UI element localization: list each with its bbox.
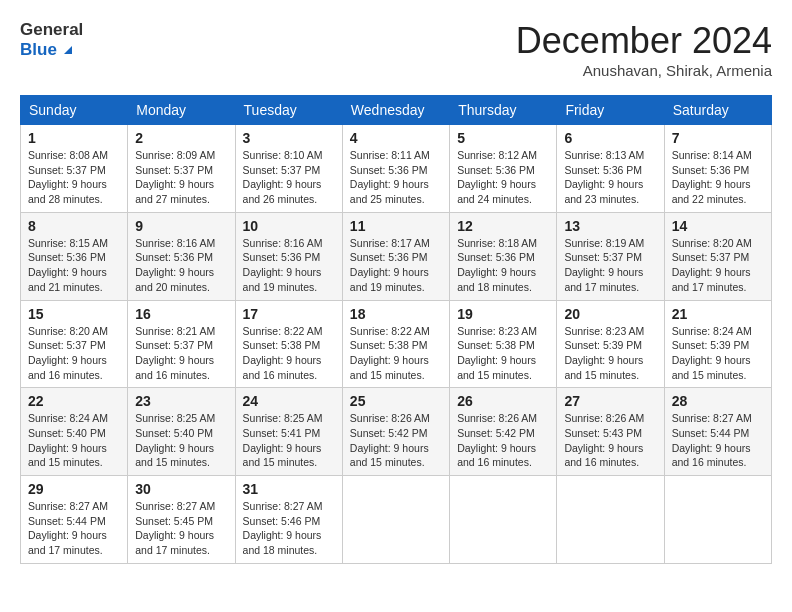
day-number: 20 (564, 306, 656, 322)
header-monday: Monday (128, 96, 235, 125)
calendar-cell: 9 Sunrise: 8:16 AM Sunset: 5:36 PM Dayli… (128, 212, 235, 300)
day-number: 28 (672, 393, 764, 409)
calendar-table: SundayMondayTuesdayWednesdayThursdayFrid… (20, 95, 772, 564)
day-info: Sunrise: 8:27 AM Sunset: 5:44 PM Dayligh… (672, 411, 764, 470)
calendar-cell: 30 Sunrise: 8:27 AM Sunset: 5:45 PM Dayl… (128, 476, 235, 564)
day-number: 27 (564, 393, 656, 409)
day-info: Sunrise: 8:25 AM Sunset: 5:40 PM Dayligh… (135, 411, 227, 470)
calendar-cell: 22 Sunrise: 8:24 AM Sunset: 5:40 PM Dayl… (21, 388, 128, 476)
day-info: Sunrise: 8:21 AM Sunset: 5:37 PM Dayligh… (135, 324, 227, 383)
calendar-cell (450, 476, 557, 564)
day-info: Sunrise: 8:15 AM Sunset: 5:36 PM Dayligh… (28, 236, 120, 295)
calendar-cell: 23 Sunrise: 8:25 AM Sunset: 5:40 PM Dayl… (128, 388, 235, 476)
day-info: Sunrise: 8:16 AM Sunset: 5:36 PM Dayligh… (243, 236, 335, 295)
header-tuesday: Tuesday (235, 96, 342, 125)
day-number: 29 (28, 481, 120, 497)
day-number: 11 (350, 218, 442, 234)
day-info: Sunrise: 8:08 AM Sunset: 5:37 PM Dayligh… (28, 148, 120, 207)
day-info: Sunrise: 8:24 AM Sunset: 5:40 PM Dayligh… (28, 411, 120, 470)
week-row-1: 1 Sunrise: 8:08 AM Sunset: 5:37 PM Dayli… (21, 125, 772, 213)
day-info: Sunrise: 8:16 AM Sunset: 5:36 PM Dayligh… (135, 236, 227, 295)
day-number: 4 (350, 130, 442, 146)
calendar-cell: 21 Sunrise: 8:24 AM Sunset: 5:39 PM Dayl… (664, 300, 771, 388)
month-title: December 2024 (516, 20, 772, 62)
day-number: 16 (135, 306, 227, 322)
calendar-cell: 20 Sunrise: 8:23 AM Sunset: 5:39 PM Dayl… (557, 300, 664, 388)
calendar-cell: 14 Sunrise: 8:20 AM Sunset: 5:37 PM Dayl… (664, 212, 771, 300)
day-info: Sunrise: 8:22 AM Sunset: 5:38 PM Dayligh… (243, 324, 335, 383)
calendar-cell: 29 Sunrise: 8:27 AM Sunset: 5:44 PM Dayl… (21, 476, 128, 564)
calendar-cell: 1 Sunrise: 8:08 AM Sunset: 5:37 PM Dayli… (21, 125, 128, 213)
calendar-cell: 8 Sunrise: 8:15 AM Sunset: 5:36 PM Dayli… (21, 212, 128, 300)
day-info: Sunrise: 8:20 AM Sunset: 5:37 PM Dayligh… (28, 324, 120, 383)
day-info: Sunrise: 8:27 AM Sunset: 5:44 PM Dayligh… (28, 499, 120, 558)
day-number: 31 (243, 481, 335, 497)
calendar-cell (342, 476, 449, 564)
day-number: 12 (457, 218, 549, 234)
title-area: December 2024 Anushavan, Shirak, Armenia (516, 20, 772, 79)
day-number: 25 (350, 393, 442, 409)
page-header: General Blue December 2024 Anushavan, Sh… (20, 20, 772, 79)
day-info: Sunrise: 8:23 AM Sunset: 5:38 PM Dayligh… (457, 324, 549, 383)
header-friday: Friday (557, 96, 664, 125)
day-info: Sunrise: 8:27 AM Sunset: 5:46 PM Dayligh… (243, 499, 335, 558)
calendar-cell: 19 Sunrise: 8:23 AM Sunset: 5:38 PM Dayl… (450, 300, 557, 388)
day-number: 22 (28, 393, 120, 409)
day-info: Sunrise: 8:09 AM Sunset: 5:37 PM Dayligh… (135, 148, 227, 207)
day-number: 17 (243, 306, 335, 322)
day-number: 3 (243, 130, 335, 146)
week-row-5: 29 Sunrise: 8:27 AM Sunset: 5:44 PM Dayl… (21, 476, 772, 564)
calendar-cell: 7 Sunrise: 8:14 AM Sunset: 5:36 PM Dayli… (664, 125, 771, 213)
day-info: Sunrise: 8:23 AM Sunset: 5:39 PM Dayligh… (564, 324, 656, 383)
calendar-cell: 12 Sunrise: 8:18 AM Sunset: 5:36 PM Dayl… (450, 212, 557, 300)
calendar-cell: 27 Sunrise: 8:26 AM Sunset: 5:43 PM Dayl… (557, 388, 664, 476)
calendar-cell: 31 Sunrise: 8:27 AM Sunset: 5:46 PM Dayl… (235, 476, 342, 564)
day-number: 19 (457, 306, 549, 322)
day-number: 18 (350, 306, 442, 322)
day-number: 13 (564, 218, 656, 234)
header-wednesday: Wednesday (342, 96, 449, 125)
day-number: 7 (672, 130, 764, 146)
day-info: Sunrise: 8:27 AM Sunset: 5:45 PM Dayligh… (135, 499, 227, 558)
day-info: Sunrise: 8:17 AM Sunset: 5:36 PM Dayligh… (350, 236, 442, 295)
day-info: Sunrise: 8:26 AM Sunset: 5:43 PM Dayligh… (564, 411, 656, 470)
calendar-cell: 11 Sunrise: 8:17 AM Sunset: 5:36 PM Dayl… (342, 212, 449, 300)
calendar-cell: 15 Sunrise: 8:20 AM Sunset: 5:37 PM Dayl… (21, 300, 128, 388)
calendar-cell: 13 Sunrise: 8:19 AM Sunset: 5:37 PM Dayl… (557, 212, 664, 300)
calendar-cell: 3 Sunrise: 8:10 AM Sunset: 5:37 PM Dayli… (235, 125, 342, 213)
day-number: 6 (564, 130, 656, 146)
day-number: 2 (135, 130, 227, 146)
calendar-cell: 18 Sunrise: 8:22 AM Sunset: 5:38 PM Dayl… (342, 300, 449, 388)
day-number: 26 (457, 393, 549, 409)
day-number: 15 (28, 306, 120, 322)
header-thursday: Thursday (450, 96, 557, 125)
day-info: Sunrise: 8:10 AM Sunset: 5:37 PM Dayligh… (243, 148, 335, 207)
day-number: 24 (243, 393, 335, 409)
calendar-header-row: SundayMondayTuesdayWednesdayThursdayFrid… (21, 96, 772, 125)
day-number: 5 (457, 130, 549, 146)
day-info: Sunrise: 8:26 AM Sunset: 5:42 PM Dayligh… (457, 411, 549, 470)
calendar-cell: 4 Sunrise: 8:11 AM Sunset: 5:36 PM Dayli… (342, 125, 449, 213)
calendar-cell: 28 Sunrise: 8:27 AM Sunset: 5:44 PM Dayl… (664, 388, 771, 476)
day-number: 30 (135, 481, 227, 497)
day-info: Sunrise: 8:14 AM Sunset: 5:36 PM Dayligh… (672, 148, 764, 207)
logo: General Blue (20, 20, 72, 60)
header-saturday: Saturday (664, 96, 771, 125)
day-info: Sunrise: 8:24 AM Sunset: 5:39 PM Dayligh… (672, 324, 764, 383)
week-row-4: 22 Sunrise: 8:24 AM Sunset: 5:40 PM Dayl… (21, 388, 772, 476)
day-info: Sunrise: 8:13 AM Sunset: 5:36 PM Dayligh… (564, 148, 656, 207)
calendar-cell: 16 Sunrise: 8:21 AM Sunset: 5:37 PM Dayl… (128, 300, 235, 388)
calendar-cell: 6 Sunrise: 8:13 AM Sunset: 5:36 PM Dayli… (557, 125, 664, 213)
day-number: 1 (28, 130, 120, 146)
day-number: 21 (672, 306, 764, 322)
calendar-cell: 17 Sunrise: 8:22 AM Sunset: 5:38 PM Dayl… (235, 300, 342, 388)
day-number: 23 (135, 393, 227, 409)
calendar-cell: 25 Sunrise: 8:26 AM Sunset: 5:42 PM Dayl… (342, 388, 449, 476)
day-info: Sunrise: 8:20 AM Sunset: 5:37 PM Dayligh… (672, 236, 764, 295)
week-row-2: 8 Sunrise: 8:15 AM Sunset: 5:36 PM Dayli… (21, 212, 772, 300)
day-number: 14 (672, 218, 764, 234)
calendar-cell: 10 Sunrise: 8:16 AM Sunset: 5:36 PM Dayl… (235, 212, 342, 300)
day-info: Sunrise: 8:18 AM Sunset: 5:36 PM Dayligh… (457, 236, 549, 295)
calendar-cell (664, 476, 771, 564)
day-number: 9 (135, 218, 227, 234)
